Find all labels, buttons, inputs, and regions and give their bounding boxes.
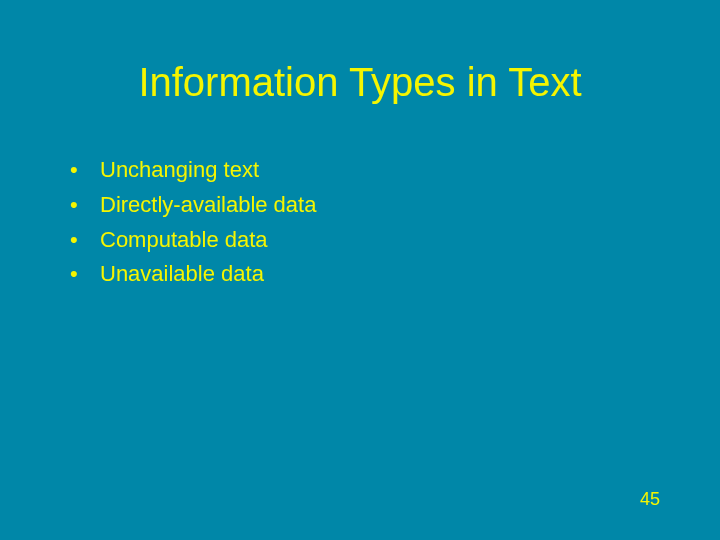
list-item: • Computable data <box>70 225 660 256</box>
slide-content: Information Types in Text • Unchanging t… <box>0 0 720 540</box>
bullet-text: Directly-available data <box>100 190 316 221</box>
bullet-text: Computable data <box>100 225 268 256</box>
list-item: • Directly-available data <box>70 190 660 221</box>
list-item: • Unchanging text <box>70 155 660 186</box>
bullet-icon: • <box>70 259 100 290</box>
bullet-list: • Unchanging text • Directly-available d… <box>60 155 660 290</box>
bullet-icon: • <box>70 190 100 221</box>
bullet-icon: • <box>70 155 100 186</box>
page-number: 45 <box>640 489 660 510</box>
bullet-icon: • <box>70 225 100 256</box>
list-item: • Unavailable data <box>70 259 660 290</box>
bullet-text: Unavailable data <box>100 259 264 290</box>
bullet-text: Unchanging text <box>100 155 259 186</box>
slide-title: Information Types in Text <box>60 60 660 105</box>
